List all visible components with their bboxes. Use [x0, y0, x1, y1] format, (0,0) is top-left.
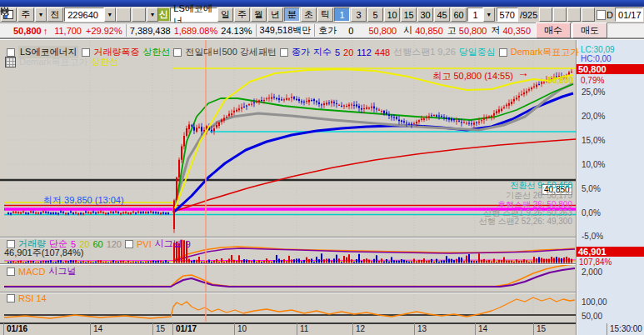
low-annotation: 최저 39,850 (13:04) [43, 194, 124, 207]
legend-token[interactable]: 상한선 [92, 56, 119, 68]
rsi-axis-50: 50,00 [582, 312, 602, 321]
legend-token[interactable]: PVI [137, 239, 152, 249]
time-label: 15:30:00 [607, 323, 642, 335]
axis-label: -5,0% [582, 232, 603, 241]
volume-axis-badge: 46,901 [577, 247, 644, 257]
legend-token[interactable]: 당일중심 [459, 46, 496, 58]
axis-label: 0,0% [582, 208, 601, 218]
time-label: 15 [152, 323, 165, 335]
legend-token[interactable]: MACD [18, 267, 45, 277]
legend-token[interactable]: 9 [186, 239, 191, 249]
time-label: 14 [90, 323, 102, 335]
high-annotation: 최고 50,800 (14:55) [410, 70, 513, 82]
time-label: 14 [475, 323, 487, 335]
time-label: 11 [297, 323, 308, 335]
axis-label: 20,0% [582, 112, 605, 121]
high-price-yellow-label: 50,800 [533, 76, 573, 85]
time-label: 13 [414, 323, 427, 335]
legend-token[interactable]: 120 [107, 239, 122, 249]
axis-label: 25,0% [582, 88, 605, 97]
legend-token[interactable]: Demark목표고가 [511, 46, 580, 58]
legend-token[interactable]: 시그널 [48, 265, 76, 278]
indicator-checkbox[interactable] [82, 48, 90, 57]
macd-axis-scale: 2,000 [582, 268, 602, 277]
time-axis-labels: 01/16141501/1710111213141515:30:00 [0, 323, 644, 335]
current-pct-label: 0,79% [581, 76, 604, 85]
legend-token[interactable]: 시그널 [155, 238, 182, 250]
legend-token[interactable]: 종가 [292, 46, 310, 58]
time-label: 01/16 [3, 323, 27, 335]
legend-token[interactable]: 전일대비500 강세패턴 [185, 46, 276, 58]
ichimoku-label: 선행 스팬2 52,26: 49,300 [479, 216, 572, 228]
high-arrow-icon: → [517, 66, 529, 79]
indicator-checkbox[interactable] [173, 48, 182, 57]
legend-token[interactable]: 선행스팬1 9,26 [393, 46, 456, 58]
axis-label: 15,0% [582, 136, 605, 145]
legend-token[interactable]: 448 [375, 48, 390, 58]
current-price-badge: 50,800 [577, 64, 644, 74]
lc-value: LC:30,09 [581, 45, 615, 54]
axis-label: 10,0% [582, 160, 605, 169]
time-label: 15 [533, 323, 546, 335]
axis-label: 5,0% [582, 184, 601, 193]
indicator-checkbox[interactable] [7, 294, 15, 302]
indicator-checkbox[interactable] [125, 240, 133, 248]
rsi-axis-100: 100,00 [582, 298, 607, 307]
legend-token[interactable]: 지수 [313, 46, 332, 58]
indicator-grid-icon[interactable] [5, 57, 16, 68]
macd-legend[interactable]: MACD시그널 [7, 265, 76, 278]
time-label: 01/17 [172, 323, 197, 335]
indicator-checkbox[interactable] [7, 48, 15, 57]
indicator-checkbox[interactable] [7, 268, 15, 276]
volume-axis-pct: 107,84% [579, 258, 612, 267]
legend-token[interactable]: Demark목표고가 [19, 56, 88, 68]
indicator-checkbox[interactable] [280, 48, 288, 57]
indicator-checkbox[interactable] [499, 48, 507, 57]
time-label: 10 [234, 323, 247, 335]
hc-value: HC:0,00 [581, 54, 612, 63]
demark-legend-row[interactable]: Demark목표고가상한선 [5, 56, 119, 68]
legend-token[interactable]: 60 [92, 239, 102, 249]
legend-token[interactable]: 5 [335, 48, 340, 58]
legend-token[interactable]: 상한선 [142, 46, 170, 58]
legend-token[interactable]: 112 [357, 48, 372, 58]
demark-legend-tokens[interactable]: Demark목표고가상한선 [19, 56, 119, 68]
rsi-legend[interactable]: RSI 14 [7, 293, 47, 303]
time-label: 12 [352, 323, 365, 335]
legend-token[interactable]: RSI 14 [18, 293, 47, 303]
volume-value-line: 46,901주(107,84%) [4, 247, 83, 259]
legend-token[interactable]: 20 [343, 48, 353, 58]
